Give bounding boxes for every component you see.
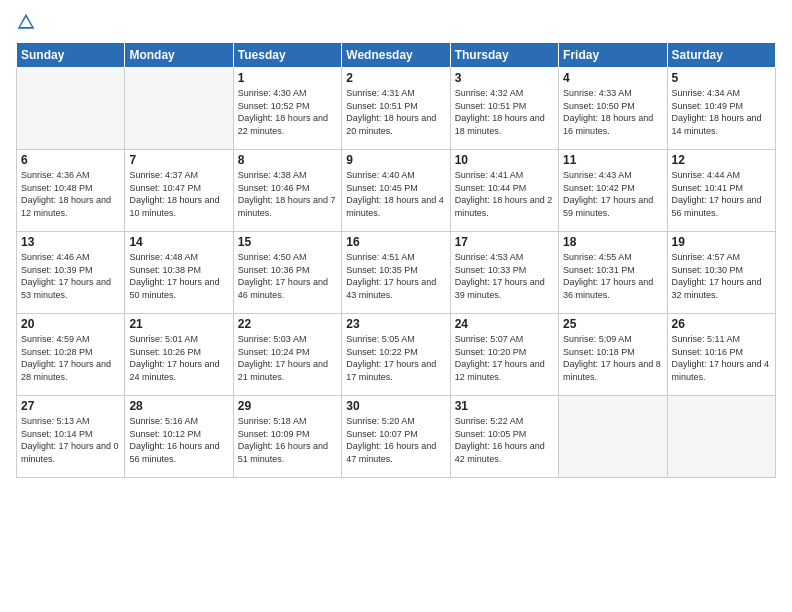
weekday-header: Wednesday [342,43,450,68]
day-number: 21 [129,317,228,331]
day-number: 27 [21,399,120,413]
day-number: 20 [21,317,120,331]
calendar-cell: 24Sunrise: 5:07 AMSunset: 10:20 PMDaylig… [450,314,558,396]
calendar-cell: 14Sunrise: 4:48 AMSunset: 10:38 PMDaylig… [125,232,233,314]
calendar-cell: 31Sunrise: 5:22 AMSunset: 10:05 PMDaylig… [450,396,558,478]
day-info: Sunrise: 5:01 AMSunset: 10:26 PMDaylight… [129,333,228,383]
day-number: 19 [672,235,771,249]
day-number: 4 [563,71,662,85]
day-number: 10 [455,153,554,167]
day-number: 24 [455,317,554,331]
calendar-cell: 19Sunrise: 4:57 AMSunset: 10:30 PMDaylig… [667,232,775,314]
day-number: 30 [346,399,445,413]
calendar-body: 1Sunrise: 4:30 AMSunset: 10:52 PMDayligh… [17,68,776,478]
calendar-cell [125,68,233,150]
calendar-cell: 25Sunrise: 5:09 AMSunset: 10:18 PMDaylig… [559,314,667,396]
calendar-cell: 17Sunrise: 4:53 AMSunset: 10:33 PMDaylig… [450,232,558,314]
day-info: Sunrise: 5:11 AMSunset: 10:16 PMDaylight… [672,333,771,383]
calendar-cell: 30Sunrise: 5:20 AMSunset: 10:07 PMDaylig… [342,396,450,478]
weekday-header: Tuesday [233,43,341,68]
weekday-header: Monday [125,43,233,68]
day-number: 23 [346,317,445,331]
calendar-week-row: 27Sunrise: 5:13 AMSunset: 10:14 PMDaylig… [17,396,776,478]
day-number: 1 [238,71,337,85]
logo [16,12,40,32]
day-number: 9 [346,153,445,167]
calendar-cell: 22Sunrise: 5:03 AMSunset: 10:24 PMDaylig… [233,314,341,396]
day-info: Sunrise: 4:51 AMSunset: 10:35 PMDaylight… [346,251,445,301]
logo-icon [16,12,36,32]
calendar-cell: 6Sunrise: 4:36 AMSunset: 10:48 PMDayligh… [17,150,125,232]
calendar-cell: 7Sunrise: 4:37 AMSunset: 10:47 PMDayligh… [125,150,233,232]
calendar-cell [667,396,775,478]
day-info: Sunrise: 4:41 AMSunset: 10:44 PMDaylight… [455,169,554,219]
calendar-cell: 9Sunrise: 4:40 AMSunset: 10:45 PMDayligh… [342,150,450,232]
calendar-cell: 11Sunrise: 4:43 AMSunset: 10:42 PMDaylig… [559,150,667,232]
day-number: 14 [129,235,228,249]
day-number: 5 [672,71,771,85]
day-info: Sunrise: 4:44 AMSunset: 10:41 PMDaylight… [672,169,771,219]
calendar-week-row: 13Sunrise: 4:46 AMSunset: 10:39 PMDaylig… [17,232,776,314]
calendar-cell: 13Sunrise: 4:46 AMSunset: 10:39 PMDaylig… [17,232,125,314]
calendar-cell: 27Sunrise: 5:13 AMSunset: 10:14 PMDaylig… [17,396,125,478]
day-info: Sunrise: 5:13 AMSunset: 10:14 PMDaylight… [21,415,120,465]
day-number: 6 [21,153,120,167]
day-info: Sunrise: 5:16 AMSunset: 10:12 PMDaylight… [129,415,228,465]
calendar-cell: 5Sunrise: 4:34 AMSunset: 10:49 PMDayligh… [667,68,775,150]
calendar-cell: 4Sunrise: 4:33 AMSunset: 10:50 PMDayligh… [559,68,667,150]
day-info: Sunrise: 4:34 AMSunset: 10:49 PMDaylight… [672,87,771,137]
day-number: 2 [346,71,445,85]
day-number: 29 [238,399,337,413]
calendar-week-row: 6Sunrise: 4:36 AMSunset: 10:48 PMDayligh… [17,150,776,232]
calendar-cell: 28Sunrise: 5:16 AMSunset: 10:12 PMDaylig… [125,396,233,478]
day-number: 12 [672,153,771,167]
day-info: Sunrise: 4:48 AMSunset: 10:38 PMDaylight… [129,251,228,301]
weekday-header: Friday [559,43,667,68]
day-number: 17 [455,235,554,249]
day-info: Sunrise: 4:43 AMSunset: 10:42 PMDaylight… [563,169,662,219]
calendar-cell: 10Sunrise: 4:41 AMSunset: 10:44 PMDaylig… [450,150,558,232]
calendar-cell: 21Sunrise: 5:01 AMSunset: 10:26 PMDaylig… [125,314,233,396]
day-info: Sunrise: 4:37 AMSunset: 10:47 PMDaylight… [129,169,228,219]
calendar-cell: 12Sunrise: 4:44 AMSunset: 10:41 PMDaylig… [667,150,775,232]
calendar-cell: 23Sunrise: 5:05 AMSunset: 10:22 PMDaylig… [342,314,450,396]
day-number: 18 [563,235,662,249]
calendar-week-row: 1Sunrise: 4:30 AMSunset: 10:52 PMDayligh… [17,68,776,150]
day-info: Sunrise: 4:59 AMSunset: 10:28 PMDaylight… [21,333,120,383]
day-info: Sunrise: 5:18 AMSunset: 10:09 PMDaylight… [238,415,337,465]
day-info: Sunrise: 4:50 AMSunset: 10:36 PMDaylight… [238,251,337,301]
day-number: 25 [563,317,662,331]
day-number: 7 [129,153,228,167]
calendar-cell: 3Sunrise: 4:32 AMSunset: 10:51 PMDayligh… [450,68,558,150]
calendar-cell [559,396,667,478]
page: SundayMondayTuesdayWednesdayThursdayFrid… [0,0,792,612]
calendar-cell: 2Sunrise: 4:31 AMSunset: 10:51 PMDayligh… [342,68,450,150]
day-info: Sunrise: 5:09 AMSunset: 10:18 PMDaylight… [563,333,662,383]
day-number: 26 [672,317,771,331]
day-info: Sunrise: 5:22 AMSunset: 10:05 PMDaylight… [455,415,554,465]
day-info: Sunrise: 4:30 AMSunset: 10:52 PMDaylight… [238,87,337,137]
day-number: 22 [238,317,337,331]
day-info: Sunrise: 4:46 AMSunset: 10:39 PMDaylight… [21,251,120,301]
calendar-cell: 18Sunrise: 4:55 AMSunset: 10:31 PMDaylig… [559,232,667,314]
day-number: 16 [346,235,445,249]
calendar-cell: 1Sunrise: 4:30 AMSunset: 10:52 PMDayligh… [233,68,341,150]
day-info: Sunrise: 4:55 AMSunset: 10:31 PMDaylight… [563,251,662,301]
day-number: 13 [21,235,120,249]
day-number: 28 [129,399,228,413]
day-info: Sunrise: 5:03 AMSunset: 10:24 PMDaylight… [238,333,337,383]
day-info: Sunrise: 4:38 AMSunset: 10:46 PMDaylight… [238,169,337,219]
day-info: Sunrise: 5:20 AMSunset: 10:07 PMDaylight… [346,415,445,465]
calendar-cell [17,68,125,150]
day-info: Sunrise: 4:32 AMSunset: 10:51 PMDaylight… [455,87,554,137]
day-info: Sunrise: 4:31 AMSunset: 10:51 PMDaylight… [346,87,445,137]
weekday-header: Sunday [17,43,125,68]
day-number: 11 [563,153,662,167]
day-info: Sunrise: 4:40 AMSunset: 10:45 PMDaylight… [346,169,445,219]
calendar-week-row: 20Sunrise: 4:59 AMSunset: 10:28 PMDaylig… [17,314,776,396]
day-info: Sunrise: 4:33 AMSunset: 10:50 PMDaylight… [563,87,662,137]
calendar-header-row: SundayMondayTuesdayWednesdayThursdayFrid… [17,43,776,68]
header [16,12,776,32]
day-info: Sunrise: 4:36 AMSunset: 10:48 PMDaylight… [21,169,120,219]
day-info: Sunrise: 4:53 AMSunset: 10:33 PMDaylight… [455,251,554,301]
